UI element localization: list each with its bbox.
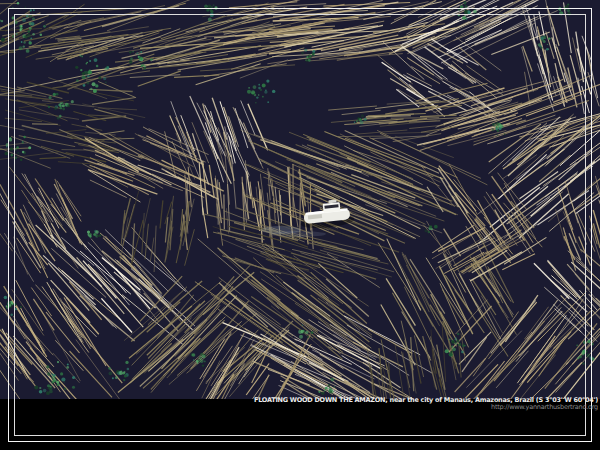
wallpaper-canvas: FLOATING WOOD DOWN THE AMAZON, near the …	[0, 0, 600, 450]
aerial-photo-amazon-floating-wood	[0, 0, 600, 399]
photo-render	[0, 0, 600, 399]
caption-url: http://www.yannarthusbertrand.org	[254, 404, 598, 411]
photo-caption: FLOATING WOOD DOWN THE AMAZON, near the …	[254, 397, 598, 411]
